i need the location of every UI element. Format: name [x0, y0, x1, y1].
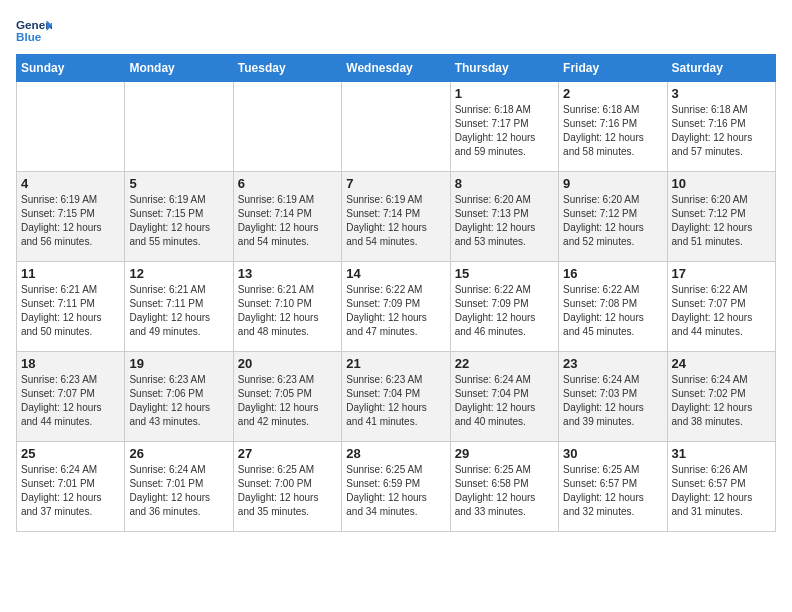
- calendar-cell: 22Sunrise: 6:24 AM Sunset: 7:04 PM Dayli…: [450, 352, 558, 442]
- calendar-cell: 26Sunrise: 6:24 AM Sunset: 7:01 PM Dayli…: [125, 442, 233, 532]
- day-number: 29: [455, 446, 554, 461]
- weekday-header: Tuesday: [233, 55, 341, 82]
- calendar-cell: 13Sunrise: 6:21 AM Sunset: 7:10 PM Dayli…: [233, 262, 341, 352]
- svg-text:Blue: Blue: [16, 30, 42, 43]
- calendar-cell: [125, 82, 233, 172]
- day-info: Sunrise: 6:20 AM Sunset: 7:12 PM Dayligh…: [563, 193, 662, 249]
- day-number: 27: [238, 446, 337, 461]
- calendar-week-row: 18Sunrise: 6:23 AM Sunset: 7:07 PM Dayli…: [17, 352, 776, 442]
- day-info: Sunrise: 6:25 AM Sunset: 7:00 PM Dayligh…: [238, 463, 337, 519]
- day-number: 4: [21, 176, 120, 191]
- calendar-cell: 18Sunrise: 6:23 AM Sunset: 7:07 PM Dayli…: [17, 352, 125, 442]
- day-info: Sunrise: 6:24 AM Sunset: 7:01 PM Dayligh…: [129, 463, 228, 519]
- day-info: Sunrise: 6:23 AM Sunset: 7:04 PM Dayligh…: [346, 373, 445, 429]
- day-info: Sunrise: 6:22 AM Sunset: 7:08 PM Dayligh…: [563, 283, 662, 339]
- day-number: 23: [563, 356, 662, 371]
- calendar-cell: 12Sunrise: 6:21 AM Sunset: 7:11 PM Dayli…: [125, 262, 233, 352]
- calendar-cell: 25Sunrise: 6:24 AM Sunset: 7:01 PM Dayli…: [17, 442, 125, 532]
- logo-icon: General Blue: [16, 16, 52, 46]
- day-number: 26: [129, 446, 228, 461]
- calendar-cell: 3Sunrise: 6:18 AM Sunset: 7:16 PM Daylig…: [667, 82, 775, 172]
- day-info: Sunrise: 6:24 AM Sunset: 7:03 PM Dayligh…: [563, 373, 662, 429]
- calendar-cell: 30Sunrise: 6:25 AM Sunset: 6:57 PM Dayli…: [559, 442, 667, 532]
- calendar-cell: [233, 82, 341, 172]
- weekday-header: Thursday: [450, 55, 558, 82]
- day-number: 19: [129, 356, 228, 371]
- day-info: Sunrise: 6:24 AM Sunset: 7:02 PM Dayligh…: [672, 373, 771, 429]
- weekday-header: Friday: [559, 55, 667, 82]
- calendar-cell: 23Sunrise: 6:24 AM Sunset: 7:03 PM Dayli…: [559, 352, 667, 442]
- weekday-header: Saturday: [667, 55, 775, 82]
- day-info: Sunrise: 6:18 AM Sunset: 7:16 PM Dayligh…: [672, 103, 771, 159]
- calendar-cell: 28Sunrise: 6:25 AM Sunset: 6:59 PM Dayli…: [342, 442, 450, 532]
- calendar-week-row: 1Sunrise: 6:18 AM Sunset: 7:17 PM Daylig…: [17, 82, 776, 172]
- calendar-cell: 11Sunrise: 6:21 AM Sunset: 7:11 PM Dayli…: [17, 262, 125, 352]
- calendar-table: SundayMondayTuesdayWednesdayThursdayFrid…: [16, 54, 776, 532]
- day-number: 8: [455, 176, 554, 191]
- day-info: Sunrise: 6:21 AM Sunset: 7:10 PM Dayligh…: [238, 283, 337, 339]
- day-info: Sunrise: 6:24 AM Sunset: 7:04 PM Dayligh…: [455, 373, 554, 429]
- day-number: 22: [455, 356, 554, 371]
- day-number: 1: [455, 86, 554, 101]
- calendar-cell: 2Sunrise: 6:18 AM Sunset: 7:16 PM Daylig…: [559, 82, 667, 172]
- day-number: 18: [21, 356, 120, 371]
- calendar-cell: 9Sunrise: 6:20 AM Sunset: 7:12 PM Daylig…: [559, 172, 667, 262]
- day-info: Sunrise: 6:20 AM Sunset: 7:13 PM Dayligh…: [455, 193, 554, 249]
- day-number: 6: [238, 176, 337, 191]
- calendar-cell: 29Sunrise: 6:25 AM Sunset: 6:58 PM Dayli…: [450, 442, 558, 532]
- day-number: 24: [672, 356, 771, 371]
- day-info: Sunrise: 6:21 AM Sunset: 7:11 PM Dayligh…: [21, 283, 120, 339]
- calendar-cell: 5Sunrise: 6:19 AM Sunset: 7:15 PM Daylig…: [125, 172, 233, 262]
- calendar-cell: [342, 82, 450, 172]
- day-number: 16: [563, 266, 662, 281]
- calendar-cell: 4Sunrise: 6:19 AM Sunset: 7:15 PM Daylig…: [17, 172, 125, 262]
- day-info: Sunrise: 6:19 AM Sunset: 7:15 PM Dayligh…: [129, 193, 228, 249]
- calendar-week-row: 4Sunrise: 6:19 AM Sunset: 7:15 PM Daylig…: [17, 172, 776, 262]
- calendar-cell: 31Sunrise: 6:26 AM Sunset: 6:57 PM Dayli…: [667, 442, 775, 532]
- calendar-cell: 7Sunrise: 6:19 AM Sunset: 7:14 PM Daylig…: [342, 172, 450, 262]
- day-info: Sunrise: 6:21 AM Sunset: 7:11 PM Dayligh…: [129, 283, 228, 339]
- calendar-cell: 1Sunrise: 6:18 AM Sunset: 7:17 PM Daylig…: [450, 82, 558, 172]
- day-number: 31: [672, 446, 771, 461]
- day-number: 30: [563, 446, 662, 461]
- calendar-cell: 8Sunrise: 6:20 AM Sunset: 7:13 PM Daylig…: [450, 172, 558, 262]
- calendar-cell: 24Sunrise: 6:24 AM Sunset: 7:02 PM Dayli…: [667, 352, 775, 442]
- day-number: 12: [129, 266, 228, 281]
- logo: General Blue: [16, 16, 52, 46]
- calendar-cell: 6Sunrise: 6:19 AM Sunset: 7:14 PM Daylig…: [233, 172, 341, 262]
- day-number: 17: [672, 266, 771, 281]
- day-number: 13: [238, 266, 337, 281]
- calendar-cell: 15Sunrise: 6:22 AM Sunset: 7:09 PM Dayli…: [450, 262, 558, 352]
- day-info: Sunrise: 6:19 AM Sunset: 7:14 PM Dayligh…: [238, 193, 337, 249]
- day-number: 21: [346, 356, 445, 371]
- day-number: 5: [129, 176, 228, 191]
- day-info: Sunrise: 6:23 AM Sunset: 7:07 PM Dayligh…: [21, 373, 120, 429]
- day-info: Sunrise: 6:24 AM Sunset: 7:01 PM Dayligh…: [21, 463, 120, 519]
- day-info: Sunrise: 6:22 AM Sunset: 7:09 PM Dayligh…: [455, 283, 554, 339]
- day-info: Sunrise: 6:22 AM Sunset: 7:09 PM Dayligh…: [346, 283, 445, 339]
- day-info: Sunrise: 6:22 AM Sunset: 7:07 PM Dayligh…: [672, 283, 771, 339]
- calendar-cell: 19Sunrise: 6:23 AM Sunset: 7:06 PM Dayli…: [125, 352, 233, 442]
- day-number: 7: [346, 176, 445, 191]
- day-number: 2: [563, 86, 662, 101]
- calendar-cell: 16Sunrise: 6:22 AM Sunset: 7:08 PM Dayli…: [559, 262, 667, 352]
- day-info: Sunrise: 6:18 AM Sunset: 7:16 PM Dayligh…: [563, 103, 662, 159]
- day-number: 11: [21, 266, 120, 281]
- day-number: 14: [346, 266, 445, 281]
- day-info: Sunrise: 6:23 AM Sunset: 7:05 PM Dayligh…: [238, 373, 337, 429]
- page-header: General Blue: [16, 16, 776, 46]
- weekday-header: Monday: [125, 55, 233, 82]
- calendar-cell: [17, 82, 125, 172]
- day-number: 20: [238, 356, 337, 371]
- calendar-cell: 14Sunrise: 6:22 AM Sunset: 7:09 PM Dayli…: [342, 262, 450, 352]
- calendar-cell: 20Sunrise: 6:23 AM Sunset: 7:05 PM Dayli…: [233, 352, 341, 442]
- day-number: 3: [672, 86, 771, 101]
- day-info: Sunrise: 6:25 AM Sunset: 6:58 PM Dayligh…: [455, 463, 554, 519]
- day-number: 15: [455, 266, 554, 281]
- day-info: Sunrise: 6:23 AM Sunset: 7:06 PM Dayligh…: [129, 373, 228, 429]
- day-info: Sunrise: 6:25 AM Sunset: 6:57 PM Dayligh…: [563, 463, 662, 519]
- day-info: Sunrise: 6:19 AM Sunset: 7:15 PM Dayligh…: [21, 193, 120, 249]
- calendar-cell: 27Sunrise: 6:25 AM Sunset: 7:00 PM Dayli…: [233, 442, 341, 532]
- calendar-week-row: 25Sunrise: 6:24 AM Sunset: 7:01 PM Dayli…: [17, 442, 776, 532]
- calendar-header-row: SundayMondayTuesdayWednesdayThursdayFrid…: [17, 55, 776, 82]
